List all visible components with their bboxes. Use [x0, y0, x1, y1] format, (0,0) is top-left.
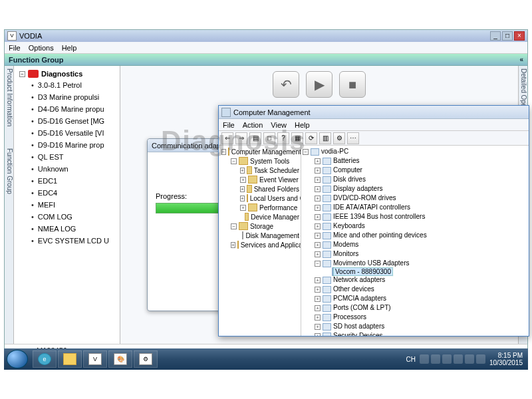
device-item[interactable]: +Display adapters [312, 184, 527, 194]
tray-icon[interactable] [431, 354, 440, 364]
mmc-system-tools[interactable]: −System Tools [229, 156, 299, 166]
taskbar-explorer[interactable] [58, 350, 82, 368]
expand-icon[interactable]: + [315, 277, 321, 283]
side-tab-product-info[interactable]: Product Information [6, 68, 13, 126]
side-tab-function-group[interactable]: Function Group [6, 148, 13, 194]
tree-item[interactable]: Unknown [31, 163, 117, 175]
tree-item[interactable]: 3.0-8.1 Petrol [31, 79, 117, 91]
back-button[interactable]: ↶ [273, 71, 299, 98]
device-item[interactable]: +Batteries [312, 156, 527, 166]
expand-icon[interactable]: − [315, 261, 321, 267]
mmc-titlebar[interactable]: Computer Management [219, 106, 529, 119]
expand-icon[interactable]: − [231, 223, 237, 229]
start-button[interactable] [7, 350, 28, 368]
device-item[interactable]: +Security Devices [312, 331, 527, 336]
tree-item[interactable]: MEFI [31, 199, 117, 211]
mmc-disk-mgmt[interactable]: Disk Management [239, 231, 299, 240]
device-item[interactable]: +Monitors [312, 249, 527, 259]
tree-item[interactable]: D3 Marine propulsi [31, 91, 117, 103]
mmc-menu-action[interactable]: Action [243, 121, 263, 129]
taskbar-paint[interactable]: 🎨 [108, 350, 132, 368]
close-button[interactable]: × [514, 31, 525, 41]
expand-icon[interactable]: + [240, 205, 246, 211]
device-item[interactable]: +Ports (COM & LPT) [312, 303, 527, 313]
mmc-task-scheduler[interactable]: +Task Scheduler [239, 166, 299, 175]
expand-icon[interactable]: + [315, 305, 321, 311]
tray-icon[interactable] [420, 354, 429, 364]
device-item[interactable]: +Disk drives [312, 175, 527, 184]
device-item[interactable]: +Computer [312, 166, 527, 175]
tree-item[interactable]: EDC4 [31, 187, 117, 199]
device-root[interactable]: −vodia-PC [303, 147, 527, 156]
toolbar-back-icon[interactable]: ⇐ [221, 132, 233, 144]
device-item[interactable]: +IDE ATA/ATAPI controllers [312, 203, 527, 212]
taskbar-ie[interactable]: e [33, 350, 57, 368]
expand-icon[interactable]: + [315, 214, 321, 220]
expand-icon[interactable]: + [315, 158, 321, 164]
tree-item[interactable]: EDC1 [31, 175, 117, 187]
menu-help[interactable]: Help [62, 44, 77, 52]
mmc-local-users[interactable]: +Local Users and Groups [239, 194, 299, 203]
mmc-performance[interactable]: +Performance [239, 203, 299, 212]
expand-icon[interactable]: + [240, 186, 245, 192]
tree-item[interactable]: D5-D16 Genset [MG [31, 115, 117, 127]
toolbar-more-icon[interactable]: ⋯ [347, 132, 359, 144]
tree-item[interactable]: QL EST [31, 151, 117, 163]
device-item[interactable]: +IEEE 1394 Bus host controllers [312, 212, 527, 221]
taskbar-mmc[interactable]: ⚙ [134, 350, 158, 368]
expand-icon[interactable]: + [315, 196, 321, 201]
device-item[interactable]: +PCMCIA adapters [312, 294, 527, 303]
menu-file[interactable]: File [9, 44, 21, 52]
device-item[interactable]: +Keyboards [312, 221, 527, 231]
device-item[interactable]: +Network adapters [312, 275, 527, 285]
expand-icon[interactable]: + [231, 242, 235, 248]
expand-icon[interactable]: + [315, 177, 321, 183]
tray-icon[interactable] [465, 354, 474, 364]
side-tab-left[interactable]: Product Information Function Group [5, 66, 14, 356]
expand-icon[interactable]: + [315, 168, 321, 174]
tree-item[interactable]: D4-D6 Marine propu [31, 103, 117, 115]
device-item[interactable]: +DVD/CD-ROM drives [312, 194, 527, 203]
expand-icon[interactable]: − [231, 158, 237, 164]
toolbar-properties-icon[interactable]: ⚙ [333, 132, 345, 144]
fg-collapse-icon[interactable]: « [519, 56, 523, 63]
mmc-menu-help[interactable]: Help [295, 121, 310, 129]
tree-item[interactable]: D5-D16 Versatile [VI [31, 127, 117, 139]
taskbar-vodia[interactable]: V [83, 350, 107, 368]
tray-icon[interactable] [454, 354, 463, 364]
device-movimento[interactable]: −Movimento USB Adapters [312, 259, 527, 268]
toolbar-forward-icon[interactable]: ⇒ [235, 132, 247, 144]
tree-root-diagnostics[interactable]: − Diagnostics [17, 68, 117, 79]
maximize-button[interactable]: □ [502, 31, 513, 41]
mmc-storage[interactable]: −Storage [229, 221, 299, 231]
expand-icon[interactable]: − [221, 149, 226, 155]
expand-icon[interactable]: + [315, 205, 321, 211]
toolbar-up-icon[interactable]: ▤ [249, 132, 261, 144]
tree-item[interactable]: COM LOG [31, 211, 117, 223]
expand-icon[interactable]: + [315, 251, 321, 257]
toolbar-show-icon[interactable]: □ [263, 132, 275, 144]
lang-indicator[interactable]: CH [406, 356, 415, 363]
expand-icon[interactable]: + [240, 168, 245, 174]
stop-button[interactable]: ■ [339, 71, 366, 98]
mmc-menu-file[interactable]: File [223, 121, 235, 129]
tree-item[interactable]: D9-D16 Marine prop [31, 139, 117, 151]
tray-icon[interactable] [442, 354, 452, 364]
expand-icon[interactable]: + [315, 233, 321, 239]
minimize-button[interactable]: _ [490, 31, 501, 41]
expand-icon[interactable]: + [315, 287, 321, 293]
device-item[interactable]: +Processors [312, 313, 527, 322]
expand-icon[interactable]: + [240, 177, 246, 183]
device-item[interactable]: +Mice and other pointing devices [312, 231, 527, 240]
toolbar-help-icon[interactable]: ? [277, 132, 289, 144]
tree-item[interactable]: EVC SYSTEM LCD U [31, 235, 117, 247]
mmc-services-apps[interactable]: +Services and Applications [229, 240, 299, 249]
mmc-root[interactable]: − Computer Management (Local [220, 147, 299, 156]
play-button[interactable]: ▶ [306, 71, 332, 98]
toolbar-refresh-icon[interactable]: ⟳ [305, 132, 317, 144]
vodia-titlebar[interactable]: V VODIA _ □ × [5, 30, 527, 42]
tray-icon[interactable] [476, 354, 485, 364]
expand-icon[interactable]: − [19, 71, 25, 77]
expand-icon[interactable]: + [315, 242, 321, 248]
function-group-header[interactable]: Function Group « [5, 54, 527, 66]
